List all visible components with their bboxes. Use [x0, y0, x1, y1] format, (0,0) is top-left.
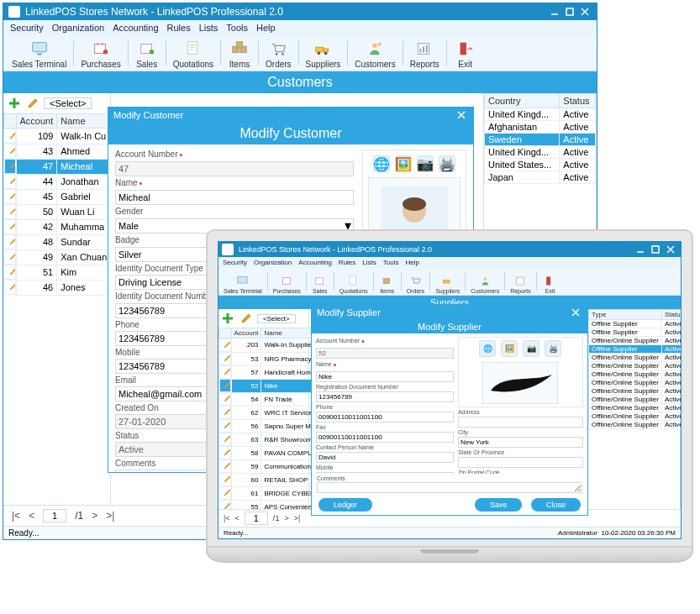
table-row[interactable]: 42Muhamma	[4, 219, 111, 234]
menu-lists[interactable]: Lists	[199, 23, 218, 33]
menu-tools[interactable]: Tools	[226, 23, 248, 33]
table-row[interactable]: Offline/Online SupplierActive	[589, 412, 682, 421]
tb-orders[interactable]: Orders	[403, 273, 428, 294]
photo-upload-icon[interactable]: 🖼️	[501, 340, 518, 357]
pager-last-icon[interactable]: >|	[106, 510, 114, 522]
tb-items[interactable]: Items	[376, 273, 399, 294]
window-maximize-icon[interactable]	[649, 244, 662, 255]
input-fax[interactable]	[316, 432, 454, 443]
photo-print-icon[interactable]: 🖨️	[545, 340, 561, 357]
col-account[interactable]: Account	[231, 328, 261, 338]
tb-quotations[interactable]: Quotations	[168, 37, 218, 69]
tb-reports[interactable]: Reports	[405, 37, 445, 69]
tb-purchases[interactable]: Purchases	[76, 37, 125, 69]
table-row[interactable]: Offline/Online SupplierActive	[589, 354, 682, 362]
edit-button[interactable]	[239, 311, 254, 326]
table-row[interactable]: 44Jonathan	[4, 174, 111, 189]
tb-exit[interactable]: Exit	[449, 37, 482, 69]
table-row[interactable]: 49Xan Chuan	[4, 249, 111, 265]
table-row[interactable]: Offline/Online SupplierActive	[589, 379, 682, 387]
table-row[interactable]: 51Kim	[4, 265, 111, 280]
edit-button[interactable]	[25, 96, 40, 111]
pager-next-icon[interactable]: >	[284, 514, 288, 522]
table-row[interactable]: Offline/Online SupplierActive	[589, 387, 682, 396]
col-type[interactable]: Type	[589, 310, 662, 320]
menu-help[interactable]: Help	[405, 259, 418, 266]
save-button[interactable]: Save	[475, 498, 523, 512]
close-button[interactable]: Close	[531, 498, 581, 512]
col-status[interactable]: Status	[560, 94, 596, 108]
menu-help[interactable]: Help	[256, 23, 276, 33]
table-row[interactable]: AfghanistanActive	[485, 121, 596, 134]
table-row[interactable]: United Kingd...Active	[485, 108, 596, 121]
input-contact[interactable]	[316, 452, 454, 463]
pager-first-icon[interactable]: |<	[224, 514, 230, 522]
window-minimize-icon[interactable]	[634, 244, 647, 255]
menu-lists[interactable]: Lists	[362, 259, 376, 266]
pager-last-icon[interactable]: >|	[294, 514, 301, 522]
window-maximize-icon[interactable]	[563, 6, 576, 18]
ledger-button[interactable]: Ledger	[318, 498, 372, 512]
menu-accounting[interactable]: Accounting	[113, 23, 158, 33]
grid-select-label[interactable]: <Select>	[44, 97, 92, 109]
photo-camera-icon[interactable]: 📷	[523, 340, 539, 357]
input-phone[interactable]	[316, 412, 454, 422]
table-row[interactable]: Offline/Online SupplierActive	[589, 362, 682, 370]
menu-rules[interactable]: Rules	[167, 23, 191, 33]
table-row[interactable]: Offline/Online SupplierActive	[589, 421, 682, 429]
photo-camera-icon[interactable]: 📷	[417, 155, 434, 172]
menu-tools[interactable]: Tools	[383, 259, 399, 266]
table-row[interactable]: Offline SupplierActive	[589, 320, 682, 328]
col-name[interactable]: Name	[57, 114, 111, 129]
tb-customers[interactable]: Customers	[350, 37, 400, 69]
tb-exit[interactable]: Exit	[539, 273, 562, 294]
photo-print-icon[interactable]: 🖨️	[439, 155, 455, 172]
input-city[interactable]	[458, 437, 583, 448]
grid-select-label[interactable]: <Select>	[257, 314, 296, 323]
col-account[interactable]: Account	[16, 114, 57, 129]
tb-sales-terminal[interactable]: Sales Terminal	[220, 273, 266, 294]
menu-security[interactable]: Security	[223, 259, 247, 266]
menu-organization[interactable]: Organization	[254, 259, 292, 266]
tb-sales-terminal[interactable]: Sales Terminal	[7, 37, 71, 69]
table-row[interactable]: Offline/Online SupplierActive	[589, 396, 682, 404]
pager-first-icon[interactable]: |<	[12, 510, 20, 522]
table-row[interactable]: Offline SupplierActive	[589, 328, 682, 337]
pager-prev-icon[interactable]: <	[29, 510, 34, 522]
modal-close-icon[interactable]	[569, 307, 582, 318]
modal-close-icon[interactable]	[455, 109, 468, 121]
table-row[interactable]: 45Gabriel	[4, 189, 111, 204]
menu-security[interactable]: Security	[10, 23, 44, 33]
table-row[interactable]: JapanActive	[485, 171, 596, 184]
window-minimize-icon[interactable]	[548, 6, 561, 18]
input-address[interactable]	[458, 417, 583, 428]
tb-sales[interactable]: Sales	[130, 37, 164, 69]
table-row[interactable]: United Kingd...Active	[485, 146, 596, 159]
tb-suppliers[interactable]: Suppliers	[301, 37, 346, 69]
input-state[interactable]	[458, 457, 583, 468]
window-close-icon[interactable]	[578, 6, 592, 18]
photo-browse-icon[interactable]: 🌐	[373, 155, 390, 172]
tb-purchases[interactable]: Purchases	[270, 273, 304, 294]
tb-quotations[interactable]: Quotations	[336, 273, 371, 294]
table-row[interactable]: 46Jones	[4, 280, 111, 295]
input-comments[interactable]	[317, 482, 582, 493]
pager-page-input[interactable]	[43, 509, 66, 522]
table-row[interactable]: United States...Active	[485, 159, 596, 171]
menu-organization[interactable]: Organization	[52, 23, 104, 33]
menu-rules[interactable]: Rules	[339, 259, 355, 266]
add-button[interactable]	[7, 96, 22, 111]
table-row[interactable]: 50Wuan Li	[4, 204, 111, 219]
menu-accounting[interactable]: Accounting	[298, 259, 332, 266]
table-row[interactable]: 109Walk-In Cu	[4, 129, 111, 144]
table-row[interactable]: Offline SupplierActive	[589, 345, 682, 354]
col-status[interactable]: Status	[661, 310, 681, 320]
pager-next-icon[interactable]: >	[92, 510, 97, 522]
input-regnum[interactable]	[316, 391, 454, 402]
tb-customers[interactable]: Customers	[467, 273, 503, 294]
tb-items[interactable]: Items	[223, 37, 256, 69]
table-row[interactable]: 47Micheal	[4, 159, 111, 174]
tb-reports[interactable]: Reports	[507, 273, 534, 294]
table-row[interactable]: Offline/Online SupplierActive	[589, 337, 682, 345]
tb-orders[interactable]: Orders	[261, 37, 297, 69]
